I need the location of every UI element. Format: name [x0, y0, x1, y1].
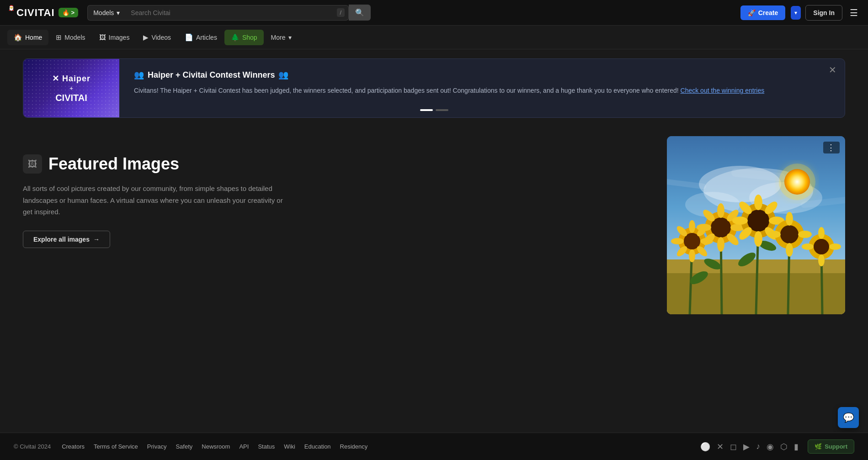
twitter-x-icon[interactable]: ✕ [717, 442, 724, 452]
chat-fab-button[interactable]: 💬 [838, 407, 859, 428]
hamburger-icon: ☰ [850, 8, 858, 18]
create-icon: 🚀 [748, 9, 756, 16]
svg-point-55 [814, 239, 829, 254]
footer-link-education[interactable]: Education [304, 443, 331, 450]
svg-point-21 [689, 249, 695, 262]
banner-body: 👥 Haiper + Civitai Contest Winners 👥 Civ… [119, 59, 845, 117]
footer-link-api[interactable]: API [239, 443, 249, 450]
svg-point-41 [754, 231, 762, 247]
footer-link-wiki[interactable]: Wiki [284, 443, 295, 450]
sidebar-item-home[interactable]: 🏠 Home [7, 30, 48, 45]
nav-right: 🚀 Create Sign In ☰ [740, 5, 861, 21]
svg-line-61 [735, 173, 781, 177]
images-label: Images [109, 34, 130, 41]
footer-link-creators[interactable]: Creators [62, 443, 85, 450]
footer-link-status[interactable]: Status [258, 443, 275, 450]
footer-link-safety[interactable]: Safety [176, 443, 192, 450]
more-label: More [271, 34, 286, 41]
svg-point-52 [767, 231, 781, 238]
models-icon: ⊞ [56, 33, 62, 42]
instagram-icon[interactable]: ◻ [730, 442, 737, 452]
logo-badge[interactable]: 🔥 > [59, 8, 79, 17]
create-button[interactable]: 🚀 Create [740, 5, 786, 20]
banner-dot-2[interactable] [436, 109, 448, 111]
svg-point-56 [818, 227, 825, 239]
footer-copyright: © Civitai 2024 [14, 443, 51, 450]
section-icon-box: 🖼 [23, 154, 42, 174]
sunflower-svg [667, 136, 845, 314]
svg-line-62 [804, 200, 845, 205]
model-select-label: Models [93, 9, 114, 16]
tiktok-icon[interactable]: ♪ [756, 442, 760, 451]
explore-images-button[interactable]: Explore all images [23, 231, 110, 248]
santa-hat-icon: 🎅 [8, 5, 15, 11]
sidebar-item-images[interactable]: 🖼 Images [93, 30, 136, 45]
logo-text: 🎅 CIVITAI [7, 7, 55, 19]
main-content: 🖼 Featured Images All sorts of cool pict… [0, 127, 868, 323]
models-label: Models [64, 34, 85, 41]
sidebar-item-articles[interactable]: 📄 Articles [178, 30, 224, 45]
svg-point-57 [818, 254, 825, 266]
create-label: Create [758, 9, 778, 16]
home-icon: 🏠 [14, 33, 22, 42]
support-icon: 🌿 [815, 443, 822, 450]
articles-label: Articles [196, 34, 217, 41]
sidebar-item-shop[interactable]: 🌲 Shop [224, 30, 264, 45]
svg-point-42 [732, 217, 748, 225]
footer-link-residency[interactable]: Residency [340, 443, 368, 450]
search-button[interactable]: 🔍 [349, 5, 371, 21]
explore-label: Explore all images [33, 236, 90, 243]
explore-arrow-icon [93, 236, 100, 243]
banner-emoji-right: 👥 [278, 70, 288, 80]
sign-in-button[interactable]: Sign In [805, 5, 842, 21]
sidebar-item-models[interactable]: ⊞ Models [49, 30, 91, 45]
create-dropdown-button[interactable] [791, 6, 801, 20]
svg-point-59 [829, 243, 841, 250]
svg-point-32 [697, 224, 711, 231]
svg-point-58 [802, 243, 814, 250]
banner-dot-1[interactable] [420, 109, 433, 111]
featured-image-card: ⋮ [667, 136, 845, 314]
search-input[interactable] [125, 5, 336, 20]
svg-point-53 [798, 231, 812, 238]
reddit-icon[interactable]: ◉ [767, 442, 774, 452]
featured-images-icon: 🖼 [28, 159, 37, 169]
logo[interactable]: 🎅 CIVITAI 🔥 > [7, 7, 78, 19]
support-button[interactable]: 🌿 Support [808, 439, 854, 454]
featured-images-section: 🖼 Featured Images All sorts of cool pict… [23, 136, 649, 248]
banner-dots-background [23, 59, 119, 117]
logo-badge-icon: 🔥 [62, 9, 69, 16]
banner-title: 👥 Haiper + Civitai Contest Winners 👥 [134, 70, 823, 80]
hamburger-menu-button[interactable]: ☰ [847, 5, 861, 21]
search-input-wrap: / [125, 5, 349, 21]
sidebar-item-more[interactable]: More [265, 30, 298, 45]
svg-point-40 [754, 195, 762, 210]
youtube-icon[interactable]: ▶ [743, 442, 750, 452]
images-icon: 🖼 [99, 33, 106, 41]
banner-link[interactable]: Check out the winning entries [681, 87, 765, 94]
banner-close-button[interactable]: ✕ [829, 65, 836, 74]
sidebar-item-videos[interactable]: ▶ Videos [137, 30, 177, 45]
footer-link-privacy[interactable]: Privacy [147, 443, 167, 450]
model-type-select[interactable]: Models [87, 5, 125, 21]
svg-point-22 [671, 238, 684, 244]
image-more-options-button[interactable]: ⋮ [823, 142, 840, 153]
banner-image: ✕ Haiper + CIVITAI [23, 59, 119, 117]
model-select-chevron-icon [117, 9, 120, 16]
footer-link-terms[interactable]: Terms of Service [94, 443, 138, 450]
github-icon[interactable]: ⬡ [780, 442, 788, 452]
home-label: Home [25, 34, 42, 41]
search-area: Models / 🔍 [87, 5, 371, 21]
footer-socials: ⚪ ✕ ◻ ▶ ♪ ◉ ⬡ ▮ [700, 442, 799, 452]
footer-link-newsroom[interactable]: Newsroom [202, 443, 230, 450]
svg-point-20 [689, 220, 695, 233]
create-chevron-icon [794, 10, 797, 16]
svg-point-30 [717, 203, 724, 218]
sunflower-image [667, 136, 845, 314]
shop-icon: 🌲 [231, 33, 240, 42]
discord-icon[interactable]: ⚪ [700, 442, 710, 452]
svg-point-49 [780, 225, 799, 243]
banner-body-text: Civitans! The Haiper + Civitai Contest h… [134, 85, 823, 95]
twitch-icon[interactable]: ▮ [794, 442, 799, 452]
section-title-row: 🖼 Featured Images [23, 154, 649, 174]
